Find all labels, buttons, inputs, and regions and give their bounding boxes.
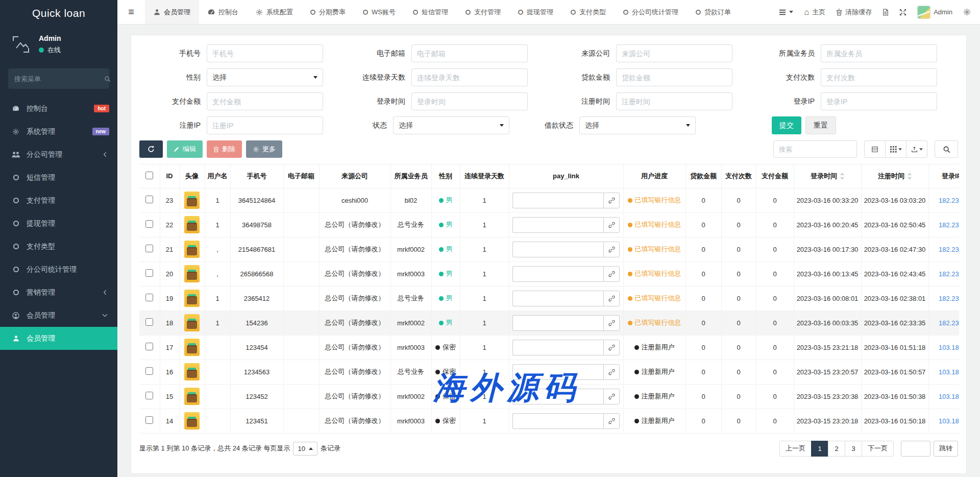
search-submit-button[interactable] [935, 140, 958, 158]
jump-button[interactable]: 跳转 [934, 441, 958, 457]
reset-button[interactable]: 重置 [805, 116, 836, 134]
tab-loan-order[interactable]: 贷款订单 [687, 0, 740, 24]
link-button[interactable] [603, 266, 620, 282]
sidebar-item-branch-stats[interactable]: 分公司统计管理 [0, 258, 117, 281]
log-button[interactable] [883, 9, 889, 16]
tab-member[interactable]: 会员管理 [145, 0, 199, 24]
row-checkbox[interactable] [145, 220, 153, 228]
login-ip-link[interactable]: 103.187. [939, 368, 959, 376]
login-ip-link[interactable]: 182.239. [939, 270, 959, 278]
link-button[interactable] [603, 217, 620, 233]
login-ip-link[interactable]: 182.239. [939, 246, 959, 253]
tab-system-config[interactable]: 系统配置 [247, 0, 302, 24]
row-checkbox[interactable] [145, 269, 153, 277]
page-size-dropdown[interactable]: 10 [293, 442, 317, 456]
fullscreen-button[interactable] [899, 9, 906, 16]
tab-payment[interactable]: 支付管理 [457, 0, 509, 24]
link-button[interactable] [603, 291, 620, 306]
pay-link-input[interactable] [512, 193, 603, 208]
page-button-1[interactable]: 1 [811, 441, 828, 457]
sidebar-item-member-group[interactable]: 会员管理 [0, 304, 117, 327]
prev-page-button[interactable]: 上一页 [779, 441, 812, 457]
clear-cache-button[interactable]: 清除缓存 [836, 8, 872, 17]
edit-button[interactable]: 编辑 [167, 140, 203, 158]
next-page-button[interactable]: 下一页 [862, 441, 894, 457]
hamburger-icon[interactable]: ≡ [117, 0, 145, 24]
login-ip-link[interactable]: 182.239. [939, 295, 959, 302]
submit-button[interactable]: 提交 [772, 116, 801, 134]
login-ip-link[interactable]: 103.187. [939, 417, 959, 425]
link-button[interactable] [603, 340, 620, 355]
filter-input-所属业务员[interactable] [821, 44, 937, 62]
row-checkbox[interactable] [145, 294, 153, 301]
tab-withdraw[interactable]: 提现管理 [509, 0, 562, 24]
row-checkbox[interactable] [145, 416, 153, 424]
filter-input-手机号[interactable] [207, 44, 323, 62]
filter-select-状态[interactable]: 选择 [393, 116, 509, 134]
filter-input-登录时间[interactable] [411, 92, 528, 110]
pay-link-input[interactable] [512, 315, 603, 331]
page-button-3[interactable]: 3 [845, 441, 862, 457]
column-header-登录时间[interactable]: 登录时间 [794, 164, 861, 188]
filter-input-注册IP[interactable] [207, 116, 323, 134]
detail-view-button[interactable] [864, 140, 886, 158]
pay-link-input[interactable] [512, 291, 603, 306]
row-checkbox[interactable] [145, 196, 153, 203]
select-all-checkbox[interactable] [145, 172, 153, 179]
link-button[interactable] [603, 413, 620, 429]
export-button[interactable] [906, 140, 927, 158]
login-ip-link[interactable]: 103.187. [939, 393, 959, 400]
pay-link-input[interactable] [512, 389, 603, 404]
pay-link-input[interactable] [512, 266, 603, 282]
filter-input-支付次数[interactable] [821, 68, 937, 86]
filter-input-电子邮箱[interactable] [411, 44, 528, 62]
sidebar-item-branch[interactable]: 分公司管理 [0, 143, 117, 166]
login-ip-link[interactable]: 182.239. [939, 197, 959, 204]
login-ip-link[interactable]: 182.239. [939, 319, 959, 327]
sidebar-item-payment[interactable]: 支付管理 [0, 189, 117, 212]
tab-list-menu-button[interactable] [779, 9, 793, 15]
filter-select-借款状态[interactable]: 选择 [579, 116, 696, 134]
menu-search-input[interactable] [14, 75, 104, 83]
login-ip-link[interactable]: 103.187. [939, 344, 959, 351]
sidebar-item-system[interactable]: 系统管理new [0, 120, 117, 143]
sidebar-item-dashboard[interactable]: 控制台hot [0, 97, 117, 120]
filter-select-性别[interactable]: 选择 [207, 68, 323, 86]
sidebar-item-sms[interactable]: 短信管理 [0, 166, 117, 189]
login-ip-link[interactable]: 182.239. [939, 221, 959, 229]
pay-link-input[interactable] [512, 340, 603, 355]
column-header-注册时间[interactable]: 注册时间 [861, 164, 928, 188]
pay-link-input[interactable] [512, 413, 603, 429]
delete-button[interactable]: 删除 [207, 140, 242, 158]
tab-ws-account[interactable]: WS账号 [354, 0, 404, 24]
row-checkbox[interactable] [145, 343, 153, 350]
sidebar-item-marketing[interactable]: 营销管理 [0, 281, 117, 304]
link-button[interactable] [603, 315, 620, 331]
tab-paytype[interactable]: 支付类型 [562, 0, 615, 24]
row-checkbox[interactable] [145, 245, 153, 252]
tab-sms[interactable]: 短信管理 [404, 0, 457, 24]
tab-dashboard[interactable]: 控制台 [199, 0, 247, 24]
sidebar-item-paytype[interactable]: 支付类型 [0, 235, 117, 258]
row-checkbox[interactable] [145, 318, 153, 326]
filter-input-连续登录天数[interactable] [411, 68, 528, 86]
pay-link-input[interactable] [512, 242, 603, 257]
filter-input-支付金额[interactable] [207, 92, 323, 110]
pay-link-input[interactable] [512, 364, 603, 380]
sidebar-item-withdraw[interactable]: 提现管理 [0, 212, 117, 235]
filter-input-来源公司[interactable] [616, 44, 732, 62]
more-button[interactable]: 更多 [246, 140, 282, 158]
link-button[interactable] [603, 193, 620, 208]
link-button[interactable] [603, 389, 620, 404]
jump-page-input[interactable] [901, 441, 930, 457]
filter-input-登录IP[interactable] [821, 92, 937, 110]
link-button[interactable] [603, 242, 620, 257]
tab-installment-rate[interactable]: 分期费率 [302, 0, 354, 24]
sidebar-item-member[interactable]: 会员管理 [0, 327, 117, 350]
refresh-button[interactable] [139, 140, 163, 158]
pay-link-input[interactable] [512, 217, 603, 233]
home-button[interactable]: ⌂ 主页 [804, 8, 825, 17]
admin-menu[interactable]: Admin [917, 6, 952, 19]
row-checkbox[interactable] [145, 392, 153, 399]
tab-branch-stats[interactable]: 分公司统计管理 [615, 0, 687, 24]
